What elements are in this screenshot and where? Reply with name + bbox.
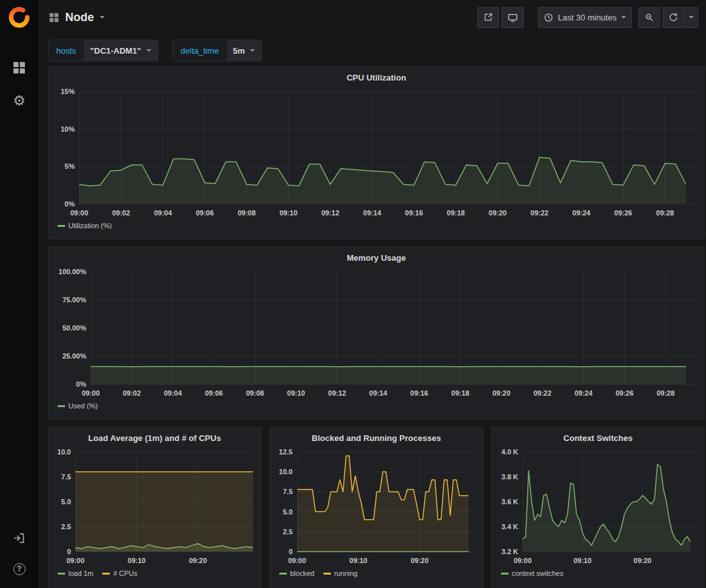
legend-swatch <box>102 573 110 575</box>
svg-text:09:12: 09:12 <box>328 389 346 397</box>
svg-text:09:26: 09:26 <box>615 389 633 397</box>
legend-label: Utilization (%) <box>68 222 112 229</box>
panel-title[interactable]: Context Switches <box>492 428 704 445</box>
cpu-utilization-chart[interactable]: 09:0009:0209:0409:0609:0809:1009:1209:14… <box>49 85 704 220</box>
panel-load-average: Load Average (1m) and # of CPUs 09:0009:… <box>48 427 261 588</box>
svg-text:0: 0 <box>67 548 71 555</box>
context-switches-chart[interactable]: 09:0009:1009:203.2 K3.4 K3.6 K3.8 K4.0 K <box>492 445 704 568</box>
variable-delta-time-selected: 5m <box>233 46 245 56</box>
time-range-picker[interactable]: Last 30 minutes <box>538 7 632 28</box>
memory-usage-chart[interactable]: 09:0009:0209:0409:0609:0809:1009:1209:14… <box>49 265 704 401</box>
svg-text:09:26: 09:26 <box>614 209 632 217</box>
legend-swatch <box>58 573 65 575</box>
legend-item[interactable]: Used (%) <box>58 402 98 410</box>
variable-hosts-selected: "DC1-ADM1" <box>90 46 141 56</box>
sidebar-item-help[interactable]: ? <box>10 560 28 578</box>
svg-text:09:18: 09:18 <box>447 209 464 217</box>
svg-text:09:00: 09:00 <box>288 557 306 564</box>
gear-icon: ⚙ <box>13 94 26 108</box>
svg-text:09:00: 09:00 <box>514 557 532 564</box>
variable-delta-time-label: delta_time <box>173 40 227 61</box>
grafana-logo[interactable] <box>7 5 31 29</box>
legend-item[interactable]: context switches <box>501 569 564 577</box>
legend-item[interactable]: # CPUs <box>102 569 137 577</box>
tv-mode-button[interactable] <box>502 7 524 28</box>
svg-text:09:20: 09:20 <box>189 557 207 564</box>
dashboard-title-group[interactable]: Node <box>49 11 105 24</box>
svg-text:09:18: 09:18 <box>451 389 469 397</box>
navbar-actions: Last 30 minutes <box>477 7 698 28</box>
svg-text:09:14: 09:14 <box>369 389 388 397</box>
legend-item[interactable]: Utilization (%) <box>58 222 112 229</box>
legend-label: context switches <box>512 569 564 577</box>
sidebar-item-dashboards[interactable] <box>10 59 28 77</box>
svg-text:09:10: 09:10 <box>574 557 592 564</box>
legend-swatch <box>58 225 65 227</box>
zoom-out-button[interactable] <box>638 7 660 28</box>
svg-text:5.0: 5.0 <box>283 508 293 516</box>
legend-item[interactable]: running <box>323 569 358 577</box>
variable-hosts-value[interactable]: "DC1-ADM1" <box>84 40 158 61</box>
svg-text:2.5: 2.5 <box>61 523 71 530</box>
svg-text:09:10: 09:10 <box>128 557 146 564</box>
svg-text:10.0: 10.0 <box>279 468 293 476</box>
sidebar-bottom: ? <box>10 529 28 578</box>
svg-text:09:08: 09:08 <box>238 209 256 217</box>
dashboards-grid-icon <box>12 61 26 75</box>
sidebar-menu: ⚙ <box>10 59 28 110</box>
sidebar-item-signin[interactable] <box>10 529 28 547</box>
refresh-interval-dropdown[interactable] <box>684 7 698 28</box>
variable-delta-time-value[interactable]: 5m <box>227 40 262 61</box>
svg-text:2.5: 2.5 <box>283 528 293 536</box>
sign-in-icon <box>13 532 26 545</box>
panel-context-switches: Context Switches 09:0009:1009:203.2 K3.4… <box>491 427 705 588</box>
svg-text:4.0 K: 4.0 K <box>502 448 518 456</box>
magnifier-icon <box>644 12 654 22</box>
svg-text:09:02: 09:02 <box>123 389 141 397</box>
time-range-label: Last 30 minutes <box>558 13 617 22</box>
svg-text:7.5: 7.5 <box>61 473 71 481</box>
svg-text:12.5: 12.5 <box>279 448 293 456</box>
memory-legend: Used (%) <box>49 402 704 410</box>
legend-item[interactable]: blocked <box>279 569 314 577</box>
svg-text:09:10: 09:10 <box>349 557 367 564</box>
chevron-down-icon <box>146 49 151 52</box>
svg-text:09:20: 09:20 <box>493 389 510 397</box>
main-area: Node <box>38 0 706 588</box>
chevron-down-icon <box>250 49 255 52</box>
load-average-chart[interactable]: 09:0009:1009:2002.55.07.510.0 <box>49 445 261 568</box>
svg-text:09:22: 09:22 <box>530 209 548 217</box>
panel-title[interactable]: Load Average (1m) and # of CPUs <box>49 428 261 445</box>
svg-text:09:24: 09:24 <box>574 389 593 397</box>
panel-title[interactable]: Blocked and Running Processes <box>270 428 482 445</box>
legend-item[interactable]: load 1m <box>58 569 93 577</box>
panel-title[interactable]: Memory Usage <box>49 247 704 265</box>
svg-text:09:20: 09:20 <box>489 209 507 217</box>
refresh-button[interactable] <box>663 7 684 28</box>
svg-text:0%: 0% <box>65 200 75 208</box>
legend-swatch <box>279 573 287 575</box>
dashboard-icon <box>49 12 59 23</box>
bottom-panel-row: Load Average (1m) and # of CPUs 09:0009:… <box>48 427 705 588</box>
sidebar-item-configuration[interactable]: ⚙ <box>10 92 28 110</box>
monitor-icon <box>507 12 518 23</box>
cpu-legend: Utilization (%) <box>49 222 704 229</box>
svg-text:09:10: 09:10 <box>287 389 305 397</box>
svg-text:09:04: 09:04 <box>164 389 182 397</box>
svg-text:100.00%: 100.00% <box>59 268 87 275</box>
chevron-down-icon <box>100 16 105 19</box>
svg-text:09:00: 09:00 <box>66 557 84 564</box>
svg-text:7.5: 7.5 <box>283 488 293 495</box>
variable-hosts-label: hosts <box>49 40 84 61</box>
sidebar: ⚙ ? <box>0 0 38 588</box>
share-button[interactable] <box>477 7 499 28</box>
svg-text:3.4 K: 3.4 K <box>502 523 518 530</box>
blocked-running-chart[interactable]: 09:0009:1009:2002.55.07.510.012.5 <box>270 445 482 568</box>
dashboard-title[interactable]: Node <box>65 11 94 24</box>
chevron-down-icon <box>689 16 694 19</box>
svg-text:50.00%: 50.00% <box>63 324 87 332</box>
clock-icon <box>544 13 553 22</box>
svg-text:09:28: 09:28 <box>657 389 675 397</box>
panel-title[interactable]: CPU Utilization <box>49 67 704 85</box>
variable-delta-time: delta_time 5m <box>173 40 263 61</box>
